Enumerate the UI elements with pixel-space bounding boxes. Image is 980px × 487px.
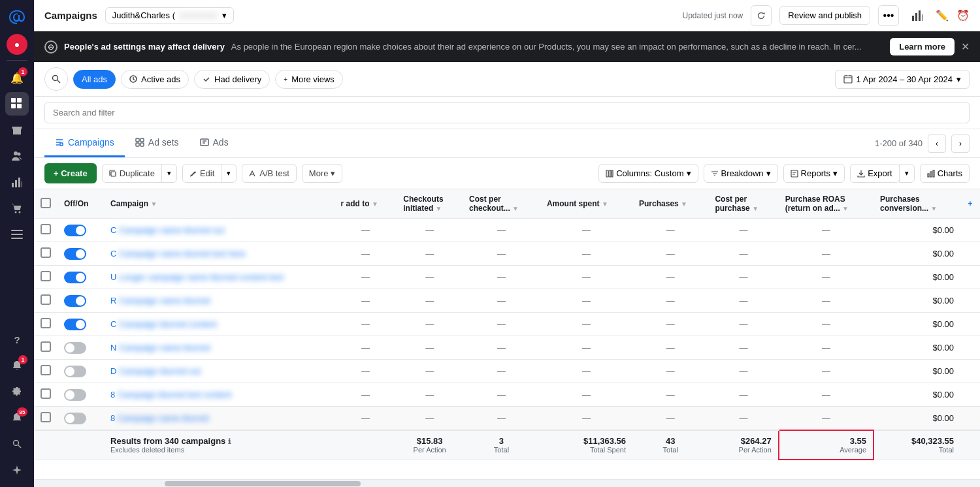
cost-checkout-header[interactable]: Cost percheckout... ▼: [463, 189, 540, 219]
campaign-header[interactable]: Campaign ▼: [104, 189, 335, 219]
sidebar-icon-store[interactable]: [5, 118, 29, 142]
row-checkbox[interactable]: [41, 271, 51, 281]
data-table-wrapper[interactable]: Off/On Campaign ▼ r add to ▼ Checkoutsin…: [34, 189, 980, 479]
checkouts-header[interactable]: Checkoutsinitiated ▼: [397, 189, 463, 219]
row-checkbox[interactable]: [41, 412, 51, 422]
tab-ads[interactable]: Ads: [189, 129, 239, 157]
tab-ad-sets[interactable]: Ad sets: [125, 129, 189, 157]
charts-button[interactable]: Charts: [920, 164, 970, 183]
campaign-letter: C: [110, 249, 116, 259]
account-selector[interactable]: Judith&Charles ( ▾: [105, 7, 234, 24]
more-views-filter[interactable]: + More views: [275, 70, 343, 89]
add-column-header[interactable]: +: [960, 189, 980, 219]
prev-page-button[interactable]: ‹: [928, 134, 946, 153]
campaign-toggle[interactable]: [64, 295, 86, 307]
next-page-button[interactable]: ›: [951, 134, 970, 153]
more-button[interactable]: More ▾: [302, 164, 343, 183]
more-options-button[interactable]: •••: [878, 5, 899, 26]
checkouts-count-label: Total: [469, 446, 534, 454]
ab-test-button[interactable]: A/B test: [242, 164, 297, 183]
date-range-picker[interactable]: 1 Apr 2024 – 30 Apr 2024 ▾: [835, 70, 970, 89]
row-checkbox[interactable]: [41, 294, 51, 305]
amount-spent-value: $11,363.56: [547, 436, 626, 446]
sidebar-icon-settings[interactable]: [5, 380, 29, 403]
refresh-button[interactable]: [751, 5, 772, 26]
svg-rect-20: [922, 14, 923, 21]
row-checkbox[interactable]: [41, 318, 51, 328]
sidebar-icon-notifications3[interactable]: 85: [5, 406, 29, 430]
campaign-name-blurred: Longer campaign name blurred content tex…: [119, 272, 284, 282]
sidebar-icon-people[interactable]: [5, 144, 29, 168]
learn-more-button[interactable]: Learn more: [890, 38, 955, 55]
topbar-chart-icon[interactable]: [907, 5, 928, 26]
purchases-conv-header[interactable]: Purchasesconversion... ▼: [874, 189, 960, 219]
topbar-edit-icon[interactable]: ✏️: [936, 9, 949, 22]
sidebar-icon-notifications2[interactable]: 1: [5, 354, 29, 377]
had-delivery-filter[interactable]: Had delivery: [194, 70, 270, 89]
campaign-toggle[interactable]: [64, 342, 86, 354]
campaign-toggle[interactable]: [64, 389, 86, 401]
table-row: 8 Campaign name blurred — — — — — — — $0…: [34, 407, 980, 431]
columns-button[interactable]: Columns: Custom ▾: [598, 164, 698, 183]
edit-button[interactable]: Edit: [182, 164, 221, 183]
campaign-toggle[interactable]: [64, 319, 86, 330]
alert-close-icon[interactable]: ✕: [961, 40, 970, 53]
roas-value: 3.55: [786, 436, 866, 446]
export-button[interactable]: Export: [850, 164, 900, 183]
search-bar: [34, 97, 980, 129]
amount-spent-header[interactable]: Amount spent ▼: [540, 189, 632, 219]
create-button[interactable]: + Create: [44, 163, 97, 183]
add-to-header[interactable]: r add to ▼: [335, 189, 397, 219]
svg-rect-7: [15, 180, 17, 187]
duplicate-button[interactable]: Duplicate: [102, 164, 162, 183]
campaign-toggle[interactable]: [64, 225, 86, 236]
campaign-letter: 8: [110, 413, 115, 423]
search-input[interactable]: [44, 102, 970, 123]
sidebar-icon-help[interactable]: ?: [5, 328, 29, 351]
sidebar-icon-chart[interactable]: [5, 170, 29, 194]
campaign-toggle[interactable]: [64, 248, 86, 260]
cost-purchase-header[interactable]: Cost perpurchase ▼: [708, 189, 778, 219]
notification-badge-2: 1: [18, 355, 27, 364]
row-checkbox[interactable]: [41, 388, 51, 399]
sidebar-icon-search[interactable]: [5, 432, 29, 456]
campaign-toggle[interactable]: [64, 413, 86, 424]
svg-rect-3: [17, 104, 22, 108]
meta-logo[interactable]: [5, 5, 29, 29]
export-dropdown[interactable]: ▾: [899, 164, 915, 183]
purchases-header[interactable]: Purchases ▼: [632, 189, 708, 219]
search-toggle-button[interactable]: [44, 67, 68, 91]
duplicate-dropdown[interactable]: ▾: [161, 164, 177, 183]
svg-rect-8: [18, 178, 20, 187]
topbar-clock-icon[interactable]: ⏰: [956, 9, 970, 22]
review-publish-button[interactable]: Review and publish: [779, 6, 870, 25]
summary-info-icon[interactable]: ℹ: [228, 437, 231, 445]
checkouts-count-value: 3: [469, 436, 534, 446]
sidebar-icon-circle-red[interactable]: ●: [7, 34, 27, 55]
select-all-checkbox[interactable]: [41, 198, 51, 208]
row-checkbox[interactable]: [41, 247, 51, 258]
campaign-toggle[interactable]: [64, 272, 86, 283]
edit-dropdown[interactable]: ▾: [221, 164, 237, 183]
main-content: Campaigns Judith&Charles ( ▾ Updated jus…: [34, 0, 980, 487]
sidebar-icon-cart[interactable]: [5, 196, 29, 220]
horizontal-scrollbar[interactable]: [34, 479, 980, 487]
sidebar-icon-bell[interactable]: 🔔 1: [5, 66, 29, 89]
campaign-toggle[interactable]: [64, 366, 86, 377]
purchase-roas-header[interactable]: Purchase ROAS(return on ad... ▼: [779, 189, 874, 219]
svg-rect-25: [60, 143, 63, 146]
select-all-header[interactable]: [34, 189, 57, 219]
breakdown-button[interactable]: Breakdown ▾: [704, 164, 778, 183]
campaign-name-blurred: Campaign name blurred: [119, 343, 210, 353]
sidebar-icon-grid[interactable]: [5, 92, 29, 116]
tab-campaigns[interactable]: Campaigns: [44, 129, 125, 157]
checkouts-summary-label: Per Action: [403, 446, 456, 454]
sidebar-icon-sparkle[interactable]: [5, 458, 29, 482]
reports-button[interactable]: Reports ▾: [783, 164, 845, 183]
all-ads-filter[interactable]: All ads: [73, 70, 116, 89]
active-ads-filter[interactable]: Active ads: [121, 70, 189, 89]
row-checkbox[interactable]: [41, 341, 51, 352]
sidebar-icon-menu[interactable]: [5, 223, 29, 246]
row-checkbox[interactable]: [41, 224, 51, 234]
row-checkbox[interactable]: [41, 365, 51, 375]
